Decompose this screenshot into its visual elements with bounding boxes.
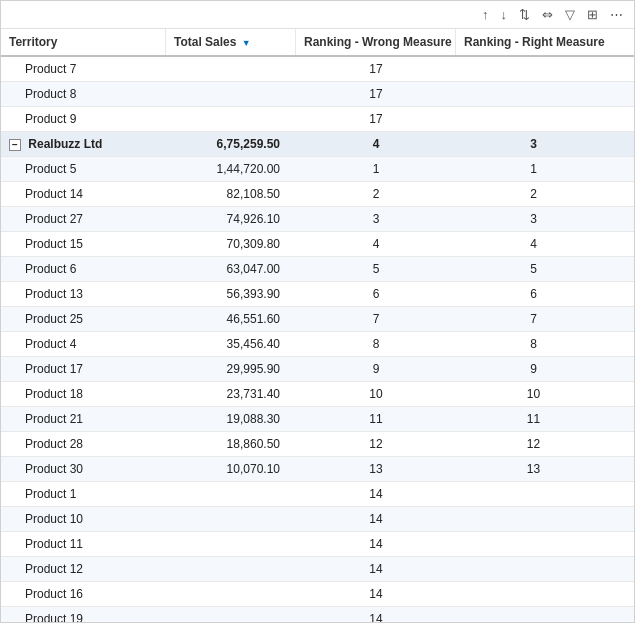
cell-territory: Product 30 <box>1 457 166 481</box>
cell-ranking-right: 3 <box>456 207 611 231</box>
sort-asc-icon[interactable]: ↑ <box>479 5 492 24</box>
group-total-sales: 6,75,259.50 <box>166 132 296 156</box>
cell-total-sales: 56,393.90 <box>166 282 296 306</box>
table-row: Product 16 14 <box>1 582 634 607</box>
table-header: Territory Total Sales ▼ Ranking - Wrong … <box>1 29 634 57</box>
cell-ranking-wrong: 14 <box>296 582 456 606</box>
cell-ranking-right: 8 <box>456 332 611 356</box>
cell-territory: Product 28 <box>1 432 166 456</box>
cell-total-sales: 46,551.60 <box>166 307 296 331</box>
table-body[interactable]: Product 7 17 Product 8 17 Product 9 17 −… <box>1 57 634 622</box>
cell-total-sales: 10,070.10 <box>166 457 296 481</box>
sort-indicator: ▼ <box>242 38 251 48</box>
cell-total-sales: 74,926.10 <box>166 207 296 231</box>
cell-total-sales <box>166 482 296 506</box>
cell-ranking-wrong: 9 <box>296 357 456 381</box>
cell-ranking-wrong: 8 <box>296 332 456 356</box>
cell-ranking-wrong: 14 <box>296 607 456 622</box>
cell-ranking-wrong: 7 <box>296 307 456 331</box>
cell-ranking-wrong: 12 <box>296 432 456 456</box>
cell-ranking-wrong: 10 <box>296 382 456 406</box>
group-territory: − Realbuzz Ltd <box>1 132 166 156</box>
cell-territory: Product 13 <box>1 282 166 306</box>
cell-ranking-right: 11 <box>456 407 611 431</box>
cell-ranking-wrong: 3 <box>296 207 456 231</box>
cell-territory: Product 25 <box>1 307 166 331</box>
cell-total-sales: 1,44,720.00 <box>166 157 296 181</box>
cell-territory: Product 21 <box>1 407 166 431</box>
table-row: Product 10 14 <box>1 507 634 532</box>
cell-ranking-right <box>456 607 611 622</box>
cell-ranking-wrong: 14 <box>296 507 456 531</box>
grid-icon[interactable]: ⊞ <box>584 5 601 24</box>
cell-ranking-wrong: 1 <box>296 157 456 181</box>
cell-ranking-right: 1 <box>456 157 611 181</box>
table-row: Product 15 70,309.80 4 4 <box>1 232 634 257</box>
table-row: Product 5 1,44,720.00 1 1 <box>1 157 634 182</box>
cell-ranking-right <box>456 507 611 531</box>
cell-ranking-wrong: 14 <box>296 557 456 581</box>
group-ranking-wrong: 4 <box>296 132 456 156</box>
col-total-sales[interactable]: Total Sales ▼ <box>166 29 296 55</box>
cell-territory: Product 9 <box>1 107 166 131</box>
cell-territory: Product 4 <box>1 332 166 356</box>
cell-ranking-right <box>456 532 611 556</box>
cell-ranking-right: 2 <box>456 182 611 206</box>
col-ranking-wrong[interactable]: Ranking - Wrong Measure <box>296 29 456 55</box>
cell-total-sales: 19,088.30 <box>166 407 296 431</box>
table-row: Product 25 46,551.60 7 7 <box>1 307 634 332</box>
cell-total-sales <box>166 507 296 531</box>
table-row: Product 30 10,070.10 13 13 <box>1 457 634 482</box>
cell-ranking-wrong: 4 <box>296 232 456 256</box>
table-row: Product 28 18,860.50 12 12 <box>1 432 634 457</box>
table-row: Product 4 35,456.40 8 8 <box>1 332 634 357</box>
pre-group-section: Product 7 17 Product 8 17 Product 9 17 <box>1 57 634 132</box>
cell-territory: Product 16 <box>1 582 166 606</box>
cell-ranking-right: 12 <box>456 432 611 456</box>
filter-icon[interactable]: ▽ <box>562 5 578 24</box>
expand-group-icon[interactable]: − <box>9 139 21 151</box>
table-row: Product 9 17 <box>1 107 634 132</box>
expand-icon[interactable]: ⇔ <box>539 5 556 24</box>
table-row: Product 18 23,731.40 10 10 <box>1 382 634 407</box>
cell-territory: Product 1 <box>1 482 166 506</box>
cell-territory: Product 11 <box>1 532 166 556</box>
cell-total-sales <box>166 532 296 556</box>
sort-desc-icon[interactable]: ↓ <box>498 5 511 24</box>
col-territory[interactable]: Territory <box>1 29 166 55</box>
table-row: Product 21 19,088.30 11 11 <box>1 407 634 432</box>
group-row-realbuzz: − Realbuzz Ltd 6,75,259.50 4 3 <box>1 132 634 157</box>
cell-territory: Product 15 <box>1 232 166 256</box>
cell-territory: Product 18 <box>1 382 166 406</box>
toolbar: ↑ ↓ ⇅ ⇔ ▽ ⊞ ⋯ <box>1 1 634 29</box>
cell-total-sales <box>166 557 296 581</box>
cell-ranking-right: 7 <box>456 307 611 331</box>
cell-ranking-right <box>456 557 611 581</box>
table-wrapper: Territory Total Sales ▼ Ranking - Wrong … <box>1 29 634 622</box>
cell-ranking-wrong: 2 <box>296 182 456 206</box>
more-icon[interactable]: ⋯ <box>607 5 626 24</box>
table-row: Product 6 63,047.00 5 5 <box>1 257 634 282</box>
cell-total-sales: 63,047.00 <box>166 257 296 281</box>
table-row: Product 1 14 <box>1 482 634 507</box>
table-row: Product 7 17 <box>1 57 634 82</box>
main-container: ↑ ↓ ⇅ ⇔ ▽ ⊞ ⋯ Territory Total Sales ▼ Ra… <box>0 0 635 623</box>
cell-total-sales: 29,995.90 <box>166 357 296 381</box>
cell-ranking-wrong: 6 <box>296 282 456 306</box>
cell-ranking-wrong: 5 <box>296 257 456 281</box>
cell-ranking-right: 9 <box>456 357 611 381</box>
cell-territory: Product 5 <box>1 157 166 181</box>
table-row: Product 11 14 <box>1 532 634 557</box>
cell-ranking-right: 4 <box>456 232 611 256</box>
table-row: Product 13 56,393.90 6 6 <box>1 282 634 307</box>
cell-total-sales: 18,860.50 <box>166 432 296 456</box>
table-row: Product 17 29,995.90 9 9 <box>1 357 634 382</box>
cell-ranking-right <box>456 482 611 506</box>
sort-both-icon[interactable]: ⇅ <box>516 5 533 24</box>
cell-ranking-right: 6 <box>456 282 611 306</box>
cell-total-sales <box>166 57 296 81</box>
cell-territory: Product 12 <box>1 557 166 581</box>
cell-ranking-wrong: 14 <box>296 532 456 556</box>
col-ranking-right[interactable]: Ranking - Right Measure <box>456 29 611 55</box>
cell-total-sales: 70,309.80 <box>166 232 296 256</box>
